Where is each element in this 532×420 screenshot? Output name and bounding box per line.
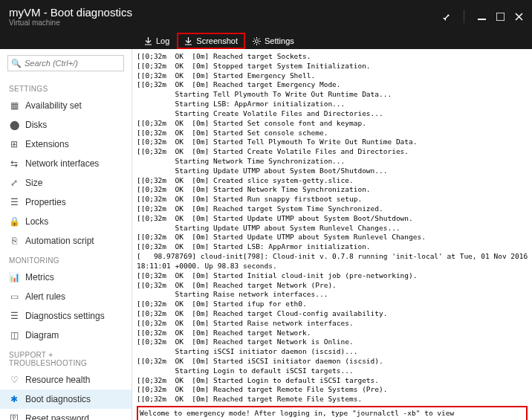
heart-icon: ♡: [9, 375, 19, 385]
sidebar-item-disks[interactable]: ⬤Disks: [0, 115, 132, 135]
pin-icon[interactable]: [441, 12, 450, 21]
label: Boot diagnostics: [25, 394, 91, 404]
label: Size: [25, 178, 42, 188]
alert-icon: ▭: [9, 291, 19, 302]
screenshot-button[interactable]: Screenshot: [177, 33, 245, 49]
close-icon[interactable]: [515, 13, 523, 21]
svg-point-2: [256, 39, 259, 42]
sidebar: 🔍 SETTINGS ▦Availability set ⬤Disks ⊞Ext…: [0, 49, 132, 420]
size-icon: ⤢: [9, 178, 19, 188]
console-output: [[0;32m OK [0m] Reached target Sockets. …: [137, 52, 528, 404]
network-icon: ⇆: [9, 158, 19, 169]
sidebar-item-diagset[interactable]: ☰Diagnostics settings: [0, 306, 132, 326]
settings-label: Settings: [265, 36, 294, 45]
label: Locks: [25, 216, 48, 227]
search-icon: 🔍: [11, 59, 22, 68]
search-input[interactable]: [7, 55, 124, 71]
search-box: 🔍: [7, 55, 124, 71]
sidebar-item-nics[interactable]: ⇆Network interfaces: [0, 154, 132, 173]
sidebar-item-properties[interactable]: ☰Properties: [0, 193, 132, 212]
divider: [464, 10, 464, 23]
lock-icon: 🔒: [9, 216, 19, 227]
page-subtitle: Virtual machine: [9, 19, 441, 27]
script-icon: ⎘: [9, 236, 19, 246]
sidebar-item-extensions[interactable]: ⊞Extensions: [0, 135, 132, 154]
metrics-icon: 📊: [9, 272, 19, 282]
availability-icon: ▦: [9, 100, 19, 111]
label: Availability set: [25, 100, 82, 111]
toolbar: Log Screenshot Settings: [0, 33, 532, 49]
sidebar-item-health[interactable]: ♡Resource health: [0, 370, 132, 390]
label: Network interfaces: [25, 158, 99, 169]
label: Disks: [25, 120, 47, 130]
download-icon: [144, 37, 152, 45]
label: Diagram: [25, 330, 59, 340]
maximize-icon[interactable]: [496, 13, 505, 21]
sidebar-item-resetpw[interactable]: ⚿Reset password: [0, 409, 132, 420]
content-pane: [[0;32m OK [0m] Reached target Sockets. …: [132, 49, 532, 420]
label: Properties: [25, 197, 66, 207]
disks-icon: ⬤: [9, 120, 19, 130]
titlebar: myVM - Boot diagnostics Virtual machine: [0, 0, 532, 33]
label: Automation script: [25, 236, 94, 246]
label: Metrics: [25, 272, 54, 282]
sidebar-item-diagram[interactable]: ◫Diagram: [0, 326, 132, 345]
properties-icon: ☰: [9, 197, 19, 207]
sidebar-item-locks[interactable]: 🔒Locks: [0, 212, 132, 231]
label: Alert rules: [25, 291, 65, 302]
minimize-icon[interactable]: [478, 13, 486, 21]
label: Diagnostics settings: [25, 311, 105, 321]
sidebar-item-metrics[interactable]: 📊Metrics: [0, 268, 132, 287]
sidebar-item-availability[interactable]: ▦Availability set: [0, 96, 132, 115]
diag-icon: ☰: [9, 311, 19, 321]
label: Reset password: [25, 413, 89, 420]
log-button[interactable]: Log: [138, 34, 175, 48]
sidebar-item-automation[interactable]: ⎘Automation script: [0, 231, 132, 251]
section-support: SUPPORT + TROUBLESHOOTING: [0, 345, 132, 370]
label: Resource health: [25, 375, 90, 385]
label: Extensions: [25, 139, 69, 149]
log-label: Log: [156, 36, 169, 45]
svg-rect-1: [496, 13, 505, 21]
screenshot-label: Screenshot: [196, 36, 238, 45]
section-settings: SETTINGS: [0, 79, 132, 96]
emergency-message: Welcome to emergency mode! After logging…: [137, 406, 528, 420]
sidebar-item-boot-diagnostics[interactable]: ✱Boot diagnostics: [0, 390, 132, 409]
sidebar-item-alerts[interactable]: ▭Alert rules: [0, 287, 132, 306]
gear-icon: [253, 37, 261, 45]
sidebar-item-size[interactable]: ⤢Size: [0, 173, 132, 193]
extensions-icon: ⊞: [9, 139, 19, 149]
diagram-icon: ◫: [9, 330, 19, 340]
section-monitoring: MONITORING: [0, 251, 132, 268]
svg-rect-0: [478, 19, 486, 20]
key-icon: ⚿: [9, 413, 19, 420]
download-icon: [184, 37, 192, 45]
boot-icon: ✱: [9, 394, 19, 404]
page-title: myVM - Boot diagnostics: [9, 6, 441, 19]
settings-button[interactable]: Settings: [247, 34, 300, 48]
